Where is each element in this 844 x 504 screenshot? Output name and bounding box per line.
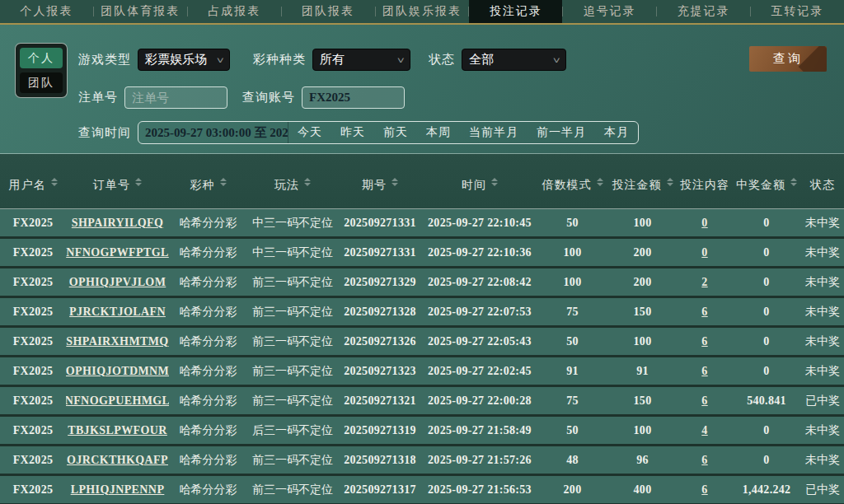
nav-tab-6[interactable]: 投注记录 (469, 0, 562, 23)
nav-tab-3[interactable]: 占成报表 (188, 0, 281, 23)
scope-team-button[interactable]: 团队 (20, 72, 63, 93)
order-id-link[interactable]: TBJKSLPWFOUR (68, 424, 167, 437)
cell-bet-amount: 200 (607, 276, 678, 289)
search-button[interactable]: 查询 (749, 46, 827, 72)
table-row: FX2025NFNOGPUEHMGL哈希分分彩前三一码不定位2025092713… (0, 387, 844, 417)
cell-user: FX2025 (0, 394, 66, 408)
order-id-link[interactable]: SHPAIRYILQFQ (72, 217, 163, 230)
cell-play: 前三一码不定位 (247, 275, 338, 290)
cell-bet-amount: 100 (607, 424, 678, 437)
cell-status: 未中奖 (801, 245, 844, 260)
sort-icon (392, 178, 398, 186)
cell-play: 后三一码不定位 (247, 423, 338, 438)
cell-order-id: OPHIQJPVJLOM (66, 276, 169, 289)
bet-content-link[interactable]: 6 (701, 365, 707, 378)
nav-tab-8[interactable]: 充提记录 (657, 0, 750, 23)
column-header[interactable]: 用户名 (0, 178, 66, 193)
quick-range-button[interactable]: 昨天 (331, 125, 374, 140)
cell-bet-content: 0 (678, 217, 732, 230)
cell-time: 2025-09-27 22:02:45 (422, 365, 537, 378)
bet-content-link[interactable]: 6 (701, 454, 707, 467)
cell-time: 2025-09-27 21:58:49 (422, 424, 537, 437)
bet-content-link[interactable]: 6 (701, 394, 707, 408)
table-row: FX2025TBJKSLPWFOUR哈希分分彩后三一码不定位2025092713… (0, 417, 844, 446)
nav-tab-4[interactable]: 团队报表 (282, 0, 375, 23)
cell-bet-amount: 100 (607, 217, 678, 230)
cell-multiple: 200 (537, 483, 607, 497)
cell-order-id: NFNOGPWFPTGL (66, 246, 169, 259)
column-header[interactable]: 玩法 (247, 178, 338, 193)
cell-play: 前三一码不定位 (247, 364, 338, 379)
column-header-label: 订单号 (93, 178, 130, 193)
quick-range-button[interactable]: 今天 (288, 125, 331, 140)
cell-issue: 202509271329 (338, 276, 422, 289)
lottery-kind-select[interactable]: 所有 ˅ (312, 49, 410, 71)
cell-play: 中三一码不定位 (247, 216, 338, 231)
quick-range-button[interactable]: 前一半月 (528, 125, 595, 140)
nav-tab-5[interactable]: 团队娱乐报表 (376, 0, 469, 23)
status-select[interactable]: 全部 ˅ (462, 49, 566, 71)
cell-bet-amount: 150 (607, 394, 678, 408)
nav-tab-1[interactable]: 个人报表 (0, 0, 93, 23)
cell-issue: 202509271326 (338, 335, 422, 348)
column-header[interactable]: 订单号 (66, 178, 169, 193)
column-header-label: 玩法 (274, 178, 299, 193)
cell-lottery: 哈希分分彩 (169, 216, 247, 231)
column-header: 投注内容 (678, 178, 732, 193)
order-id-link[interactable]: PJRCKTJOLAFN (69, 306, 166, 319)
column-header-label: 倍数模式 (542, 178, 592, 193)
game-type-selected-value: 彩票娱乐场 (145, 52, 207, 68)
column-header[interactable]: 中奖金额 (732, 178, 801, 193)
nav-tab-9[interactable]: 互转记录 (751, 0, 844, 23)
cell-lottery: 哈希分分彩 (169, 483, 247, 497)
quick-range-button[interactable]: 当前半月 (460, 125, 528, 140)
table-row: FX2025OJRCKTHKQAFP哈希分分彩前三一码不定位2025092713… (0, 446, 844, 476)
bet-content-link[interactable]: 0 (701, 246, 707, 259)
quick-range-button[interactable]: 前天 (374, 125, 417, 140)
time-range-input[interactable]: 2025-09-27 03:00:00 至 2025-09-28 03:00:0… (138, 122, 288, 143)
cell-issue: 202509271321 (338, 394, 422, 408)
bet-content-link[interactable]: 6 (701, 306, 707, 319)
bet-content-link[interactable]: 6 (701, 483, 707, 497)
cell-win-amount: 0 (732, 246, 801, 259)
column-header[interactable]: 倍数模式 (537, 178, 607, 193)
bet-content-link[interactable]: 0 (701, 217, 707, 230)
order-id-link[interactable]: NFNOGPUEHMGL (66, 394, 169, 408)
order-id-link[interactable]: OPHIQJPVJLOM (69, 276, 166, 289)
cell-order-id: LPHIQJNPENNP (66, 483, 169, 497)
cell-order-id: SHPAIRYILQFQ (66, 217, 169, 230)
order-id-link[interactable]: OPHIQJOTDMNM (66, 365, 169, 378)
game-type-select[interactable]: 彩票娱乐场 ˅ (138, 49, 230, 71)
cell-bet-content: 6 (678, 394, 732, 408)
nav-tab-7[interactable]: 追号记录 (563, 0, 656, 23)
scope-personal-button[interactable]: 个人 (20, 48, 63, 68)
cell-multiple: 100 (537, 276, 607, 289)
order-id-link[interactable]: LPHIQJNPENNP (71, 483, 165, 497)
cell-status: 未中奖 (801, 453, 844, 468)
order-id-link[interactable]: OJRCKTHKQAFP (67, 454, 168, 467)
bet-content-link[interactable]: 4 (701, 424, 707, 437)
order-no-input[interactable] (124, 86, 227, 109)
cell-order-id: PJRCKTJOLAFN (66, 306, 169, 319)
quick-range-button[interactable]: 本月 (595, 125, 638, 140)
order-id-link[interactable]: SHPAIRXHMTMQ (66, 335, 168, 348)
sort-icon (135, 178, 142, 186)
account-input[interactable] (302, 86, 405, 109)
table-row: FX2025OPHIQJPVJLOM哈希分分彩前三一码不定位2025092713… (0, 268, 844, 298)
quick-range-button[interactable]: 本周 (417, 125, 460, 140)
column-header[interactable]: 投注金额 (607, 178, 678, 193)
cell-multiple: 75 (537, 306, 607, 319)
nav-tab-2[interactable]: 团队体育报表 (94, 0, 187, 23)
order-id-link[interactable]: NFNOGPWFPTGL (66, 246, 169, 259)
column-header[interactable]: 时间 (422, 178, 537, 193)
column-header: 状态 (801, 178, 844, 193)
bet-content-link[interactable]: 6 (701, 335, 707, 348)
bet-content-link[interactable]: 2 (701, 276, 707, 289)
cell-play: 中三一码不定位 (247, 245, 338, 260)
scope-toggle: 个人 团队 (15, 43, 68, 98)
column-header[interactable]: 期号 (338, 178, 422, 193)
cell-win-amount: 0 (732, 276, 801, 289)
column-header[interactable]: 彩种 (169, 178, 247, 193)
column-header-label: 中奖金额 (736, 178, 785, 193)
table-header: 用户名订单号彩种玩法期号时间倍数模式投注金额投注内容中奖金额状态 (0, 154, 844, 209)
